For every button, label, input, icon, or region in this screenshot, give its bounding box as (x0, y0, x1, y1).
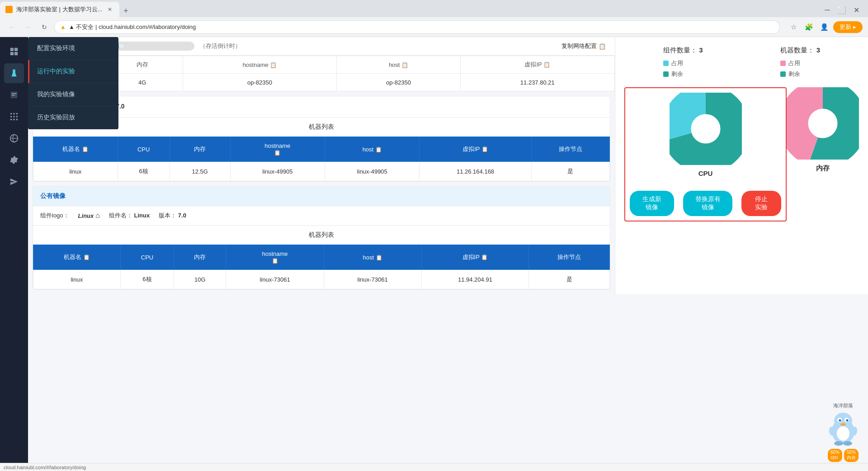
pm-vip-copy-icon[interactable]: 📋 (481, 254, 488, 260)
robot-widget: 海洋部落 (827, 402, 859, 462)
linux-logo-icon: ⌂ (95, 212, 100, 220)
svg-point-25 (837, 426, 849, 441)
progress-bar: 7.03% (113, 42, 194, 51)
browser-actions: ☆ 🧩 👤 更新 ▸ (787, 21, 863, 33)
address-bar: ← → ↻ ▲ ▲ 不安全 | cloud.hainiubl.com/#/lab… (0, 17, 868, 37)
sidebar (0, 37, 28, 471)
sidebar-item-send[interactable] (4, 172, 24, 192)
logo-label: 组件logo： (40, 212, 69, 220)
linux-logo: Linux ⌂ (78, 212, 100, 220)
forward-button[interactable]: → (22, 21, 34, 33)
robot-label-text: 海洋部落 (833, 402, 853, 409)
sidebar-item-lab[interactable] (4, 63, 24, 83)
machine-name-copy-icon[interactable]: 📋 (82, 146, 89, 152)
back-button[interactable]: ← (5, 21, 18, 33)
progress-badges: 60% cpu 55% 内存 (828, 449, 859, 462)
machine-count-legend: 占用 剩余 (780, 59, 820, 78)
memory-badge: 55% 内存 (844, 449, 859, 462)
sidebar-item-settings[interactable] (4, 150, 24, 170)
pm-name-copy-icon[interactable]: 📋 (83, 254, 90, 260)
svg-point-29 (843, 441, 852, 446)
maximize-button[interactable]: ⬜ (835, 4, 848, 16)
active-tab[interactable]: 海洋部落实验室 | 大数据学习云... ✕ (0, 2, 119, 17)
sidebar-item-grid[interactable] (4, 107, 24, 127)
machine-count-block: 机器数量： 3 占用 剩余 (780, 46, 820, 78)
pm-hostname-copy-icon[interactable]: 📋 (272, 258, 278, 264)
machine-count-label: 机器数量： 3 (780, 46, 820, 55)
svg-rect-2 (10, 52, 14, 55)
robot-icon (827, 411, 859, 447)
mt1-hostname: linux-49905 (230, 162, 325, 181)
legend-memory-used: 占用 (780, 59, 820, 67)
tab-bar: 海洋部落实验室 | 大数据学习云... ✕ + (0, 0, 868, 17)
reload-button[interactable]: ↻ (38, 21, 51, 33)
info-host: op-82350 (337, 74, 460, 91)
svg-point-11 (13, 119, 15, 121)
mt1-header-memory: 内存 (170, 137, 230, 162)
host-copy-icon[interactable]: 📋 (401, 62, 408, 68)
menu-item-my-mirror[interactable]: 我的实验镜像 (28, 83, 118, 106)
update-button[interactable]: 更新 ▸ (833, 21, 863, 33)
stop-experiment-button[interactable]: 停止实验 (741, 191, 781, 216)
pm-version-label: 版本： 7.0 (159, 212, 186, 220)
app-layout: 配置实验环境 运行中的实验 我的实验镜像 历史实验回放 运行中的大数据组件详情： (0, 37, 868, 471)
svg-point-7 (10, 116, 12, 118)
sidebar-item-dashboard[interactable] (4, 42, 24, 61)
mt1-host-copy-icon[interactable]: 📋 (375, 146, 382, 153)
new-tab-button[interactable]: + (119, 5, 132, 17)
pm-host: linux-73061 (324, 270, 421, 289)
sidebar-item-docs[interactable] (4, 85, 24, 105)
generate-mirror-button[interactable]: 生成新镜像 (630, 191, 674, 216)
address-input-wrap[interactable]: ▲ ▲ 不安全 | cloud.hainiubl.com/#/laborator… (54, 20, 780, 34)
menu-item-history[interactable]: 历史实验回放 (28, 106, 118, 129)
pm-host-copy-icon[interactable]: 📋 (376, 254, 382, 261)
replace-mirror-button[interactable]: 替换原有镜像 (683, 191, 732, 216)
svg-point-8 (13, 116, 15, 118)
close-button[interactable]: ✕ (850, 4, 863, 16)
menu-item-running[interactable]: 运行中的实验 (28, 60, 118, 83)
window-controls: ─ ⬜ ✕ (821, 4, 863, 16)
pm-header-name: 机器名 📋 (33, 245, 121, 270)
tab-favicon-icon (5, 6, 13, 13)
svg-point-28 (834, 441, 843, 446)
mt1-vip-copy-icon[interactable]: 📋 (481, 146, 488, 152)
svg-point-23 (846, 419, 849, 422)
svg-point-5 (13, 113, 15, 115)
component-section-1: 组件名： Linux 版本： 7.0 机器列表 (33, 96, 610, 182)
public-mirror-header: 公有镜像 (33, 187, 610, 206)
mt1-header-virtual-ip: 虚拟IP 📋 (420, 137, 531, 162)
memory-used-dot (780, 61, 786, 66)
account-button[interactable]: 👤 (818, 21, 830, 33)
legend-cpu-remaining: 剩余 (663, 70, 703, 78)
pm-name-label: 组件名： Linux (109, 212, 150, 220)
hostname-copy-icon[interactable]: 📋 (270, 62, 277, 68)
action-buttons: 生成新镜像 替换原有镜像 停止实验 (630, 191, 781, 216)
machine-list-title-1: 机器列表 (33, 118, 610, 137)
security-icon: ▲ (60, 24, 66, 30)
mt1-virtual-ip: 11.26.164.168 (420, 162, 531, 181)
sidebar-item-globe[interactable] (4, 128, 24, 148)
legend-memory-remaining: 剩余 (780, 70, 820, 78)
pm-operation: 是 (529, 270, 610, 289)
mt1-header-operation: 操作节点 (531, 137, 609, 162)
memory-label: 内存 (816, 164, 830, 173)
pm-header-host: host 📋 (324, 245, 421, 270)
robot-svg (827, 411, 859, 447)
menu-item-configure[interactable]: 配置实验环境 (28, 37, 118, 60)
pm-machine-table: 机器名 📋 CPU 内存 hostname 📋 ho (33, 245, 610, 289)
svg-point-4 (10, 113, 12, 115)
component-count-legend: 占用 剩余 (663, 59, 703, 78)
mt1-hostname-copy-icon[interactable]: 📋 (274, 150, 281, 156)
virtual-ip-copy-icon[interactable]: 📋 (543, 61, 550, 68)
tab-close-button[interactable]: ✕ (106, 5, 114, 14)
cpu-chart-wrap: CPU 生成新镜像 替换原有镜像 停止实验 (624, 87, 787, 221)
minimize-button[interactable]: ─ (821, 4, 834, 16)
extensions-button[interactable]: 🧩 (802, 21, 815, 33)
svg-point-22 (839, 419, 841, 422)
pm-machine-list-title: 机器列表 (33, 226, 610, 245)
right-panel: 组件数量： 3 占用 剩余 (615, 37, 868, 294)
pm-header-operation: 操作节点 (529, 245, 610, 270)
bookmark-button[interactable]: ☆ (787, 21, 800, 33)
mt1-header-host: host 📋 (325, 137, 420, 162)
copy-network-button[interactable]: 复制网络配置 📋 (561, 42, 606, 50)
